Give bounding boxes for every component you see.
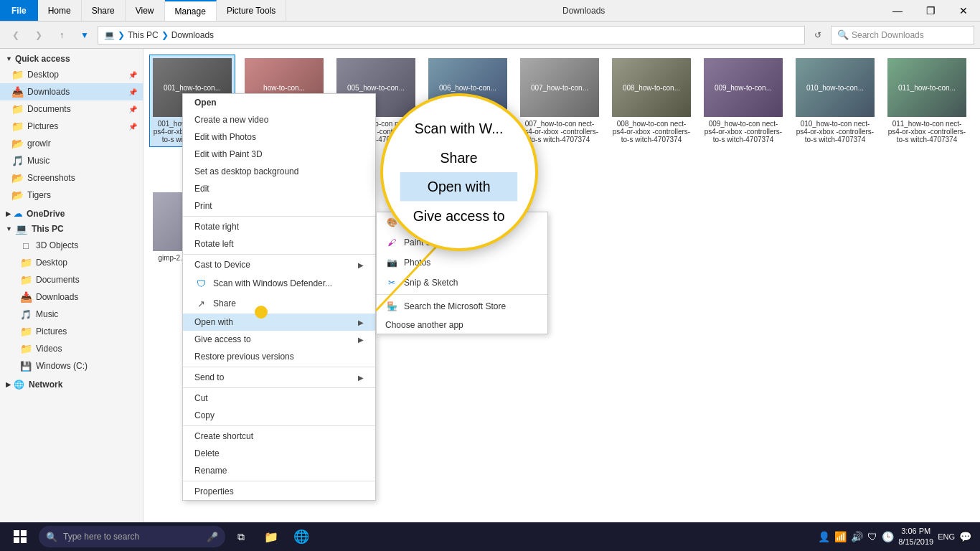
sidebar-item-3dobjects[interactable]: □ 3D Objects: [0, 237, 143, 254]
sidebar-item-growlr[interactable]: 📂 growlr: [0, 135, 143, 152]
submenu-arrow-icon: ▶: [358, 336, 364, 344]
cm-rename[interactable]: Rename: [183, 462, 375, 479]
file-thumbnail: 009_how-to-con...: [704, 58, 783, 117]
sidebar-item-pictures2[interactable]: 📁 Pictures: [0, 323, 143, 340]
chevron-right-icon: ▶: [6, 381, 11, 388]
file-item[interactable]: 009_how-to-con... 009_how-to-con nect-ps…: [700, 55, 786, 147]
file-item[interactable]: 007_how-to-con... 007_how-to-con nect-ps…: [517, 55, 603, 147]
tab-picture-tools[interactable]: Picture Tools: [217, 0, 286, 21]
cm-restore-versions[interactable]: Restore previous versions: [183, 348, 375, 365]
cm-delete[interactable]: Delete: [183, 445, 375, 462]
cm-open-with[interactable]: Open with ▶: [183, 314, 375, 331]
sidebar-item-music2[interactable]: 🎵 Music: [0, 306, 143, 323]
taskbar-search[interactable]: 🔍 Type here to search 🎤: [39, 526, 225, 547]
chrome-browser-button[interactable]: 🌐: [287, 522, 316, 551]
microsoft-store-icon: 🏪: [385, 300, 398, 313]
action-center-icon[interactable]: 💬: [959, 531, 971, 542]
file-explorer-button[interactable]: 📁: [257, 522, 286, 551]
search-box[interactable]: 🔍 Search Downloads: [831, 26, 974, 44]
computer-icon: 💻: [15, 223, 27, 235]
cm-give-access[interactable]: Give access to ▶: [183, 331, 375, 348]
tab-view[interactable]: View: [126, 0, 165, 21]
sidebar-item-downloads2[interactable]: 📥 Downloads: [0, 288, 143, 306]
forward-button[interactable]: ❯: [29, 26, 49, 44]
sub-cm-store[interactable]: 🏪 Search the Microsoft Store: [377, 296, 547, 316]
highlight-dot: [255, 306, 268, 319]
cm-new-video[interactable]: Create a new video: [183, 111, 375, 128]
sidebar-item-screenshots[interactable]: 📂 Screenshots: [0, 169, 143, 187]
thispc-label: This PC: [32, 224, 64, 234]
breadcrumb-folder: Downloads: [171, 30, 214, 40]
sidebar-quick-access-header[interactable]: ▼ Quick access: [0, 52, 143, 66]
file-item[interactable]: 010_how-to-con... 010_how-to-con nect-ps…: [792, 55, 878, 147]
user-icon[interactable]: 👤: [818, 531, 830, 542]
cm-properties[interactable]: Properties: [183, 483, 375, 500]
cm-cut[interactable]: Cut: [183, 390, 375, 407]
cm-edit-paint3d[interactable]: Edit with Paint 3D: [183, 146, 375, 163]
cm-desktop-bg[interactable]: Set as desktop background: [183, 163, 375, 180]
submenu-arrow-icon: ▶: [358, 261, 364, 269]
shield-icon: 🛡: [194, 277, 207, 290]
minimize-button[interactable]: —: [881, 0, 914, 22]
cm-scan[interactable]: 🛡 Scan with Windows Defender...: [183, 273, 375, 293]
sidebar-item-tigers[interactable]: 📂 Tigers: [0, 187, 143, 204]
sidebar-thispc-header[interactable]: ▼ 💻 This PC: [0, 221, 143, 237]
cm-create-shortcut[interactable]: Create shortcut: [183, 428, 375, 445]
file-name: 008_how-to-con nect-ps4-or-xbox -control…: [612, 120, 691, 143]
paint3d-icon: 🖌: [385, 236, 398, 249]
cm-print[interactable]: Print: [183, 197, 375, 215]
tab-share[interactable]: Share: [82, 0, 126, 21]
cm-label: Cut: [194, 393, 208, 403]
svg-rect-4: [21, 537, 27, 543]
sidebar-item-desktop[interactable]: 📁 Desktop 📌: [0, 66, 143, 83]
cm-edit-photos[interactable]: Edit with Photos: [183, 128, 375, 146]
window-controls: — ❐ ✕: [881, 0, 980, 22]
sidebar-onedrive-header[interactable]: ▶ ☁ OneDrive: [0, 207, 143, 221]
sidebar-item-documents[interactable]: 📁 Documents 📌: [0, 100, 143, 118]
tab-home[interactable]: Home: [38, 0, 82, 21]
cm-share[interactable]: ↗ Share: [183, 293, 375, 314]
antivirus-icon[interactable]: 🛡: [867, 531, 877, 542]
sidebar-network-header[interactable]: ▶ 🌐 Network: [0, 377, 143, 392]
file-item[interactable]: 008_how-to-con... 008_how-to-con nect-ps…: [608, 55, 694, 147]
sidebar-item-downloads[interactable]: 📥 Downloads 📌: [0, 83, 143, 100]
cm-copy[interactable]: Copy: [183, 407, 375, 424]
submenu-arrow-icon: ▶: [358, 374, 364, 382]
cm-label: Create a new video: [194, 115, 268, 125]
refresh-button[interactable]: ↺: [808, 26, 828, 44]
sub-cm-choose-app[interactable]: Choose another app: [377, 316, 547, 334]
sub-cm-snip[interactable]: ✂ Snip & Sketch: [377, 273, 547, 293]
sidebar-item-music[interactable]: 🎵 Music: [0, 152, 143, 169]
folder-icon: 📁: [20, 257, 32, 268]
sidebar-item-videos[interactable]: 📁 Videos: [0, 340, 143, 357]
restore-button[interactable]: ❐: [914, 0, 947, 22]
cm-edit[interactable]: Edit: [183, 180, 375, 197]
clock[interactable]: 3:06 PM 8/15/2019: [898, 526, 933, 548]
start-button[interactable]: [3, 522, 37, 551]
up-button[interactable]: ↑: [52, 26, 72, 44]
sidebar-item-documents2[interactable]: 📁 Documents: [0, 271, 143, 288]
cm-open[interactable]: Open: [183, 94, 375, 111]
sidebar-label: Windows (C:): [36, 361, 88, 371]
cm-cast[interactable]: Cast to Device ▶: [183, 256, 375, 273]
recent-locations-button[interactable]: ▼: [75, 26, 95, 44]
close-button[interactable]: ✕: [947, 0, 980, 22]
clock-date: 8/15/2019: [898, 537, 933, 547]
sub-cm-photos[interactable]: 📷 Photos: [377, 253, 547, 273]
file-item[interactable]: 011_how-to-con... 011_how-to-con nect-ps…: [884, 55, 970, 147]
sidebar-item-desktop2[interactable]: 📁 Desktop: [0, 254, 143, 271]
task-view-button[interactable]: ⧉: [227, 522, 255, 551]
network-tray-icon[interactable]: 📶: [834, 531, 847, 542]
sidebar-item-pictures[interactable]: 📁 Pictures 📌: [0, 118, 143, 135]
downloads-icon: 📥: [20, 291, 32, 303]
tab-file[interactable]: File: [0, 0, 38, 21]
cm-rotate-left[interactable]: Rotate left: [183, 235, 375, 253]
back-button[interactable]: ❮: [6, 26, 26, 44]
cm-rotate-right[interactable]: Rotate right: [183, 218, 375, 235]
address-box[interactable]: 💻 ❯ This PC ❯ Downloads: [98, 26, 805, 44]
sidebar-item-windows-c[interactable]: 💾 Windows (C:): [0, 357, 143, 375]
lang-indicator: ENG: [938, 532, 955, 541]
tab-manage[interactable]: Manage: [165, 0, 217, 21]
cm-send-to[interactable]: Send to ▶: [183, 369, 375, 386]
volume-icon[interactable]: 🔊: [851, 531, 863, 542]
